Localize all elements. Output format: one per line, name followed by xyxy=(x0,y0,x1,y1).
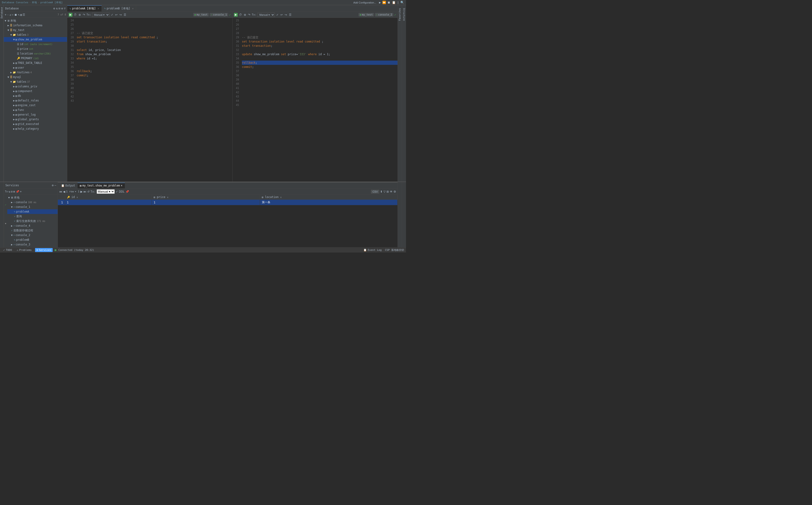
more-icon[interactable]: ☰ xyxy=(123,13,127,17)
breadcrumb-db[interactable]: Database Consoles xyxy=(2,1,28,4)
tree-item-local[interactable]: ▼ 🖥 本地 xyxy=(4,18,67,23)
step-icon-right[interactable]: ↷ xyxy=(248,13,251,17)
svc-tree-problem-a[interactable]: ✎ problemA xyxy=(7,209,57,214)
th-location[interactable]: ▤ location ⇕ xyxy=(260,195,397,200)
svc-tree-query[interactable]: ⚡ 查询 xyxy=(7,214,57,219)
svc-tx-icon[interactable]: Tx xyxy=(5,190,8,193)
todo-tab[interactable]: ✓ TODO xyxy=(2,248,13,252)
th-price-sort[interactable]: ⇕ xyxy=(167,196,168,198)
tab-a-close[interactable]: × xyxy=(98,7,99,10)
tree-item-col-id[interactable]: ☰ id int (auto increment) xyxy=(4,42,67,46)
db-conn-left[interactable]: ● my_test xyxy=(193,13,209,16)
console-conn-left[interactable]: ⚡ console_1 xyxy=(210,13,228,16)
bottom-pin-btn[interactable]: 📌 xyxy=(126,190,129,193)
svc-tree-console1[interactable]: ▼ ⚡ console_1 xyxy=(7,205,57,209)
bottom-ddl-btn[interactable]: DDL xyxy=(119,190,125,193)
db-table-icon[interactable]: ▤ xyxy=(20,13,22,16)
favorites-label[interactable]: Favorites xyxy=(398,7,401,22)
tab-problem-a[interactable]: ✎ problemA [本地] × xyxy=(67,5,102,11)
undo-icon-right[interactable]: ↩ xyxy=(280,13,283,17)
tx-select-left[interactable]: Manual ▾ xyxy=(92,13,110,17)
add-config-button[interactable]: Add Configuration... xyxy=(352,1,377,4)
tx-select-right[interactable]: Manual ▾ xyxy=(257,13,275,17)
search-icon[interactable]: 🔍 xyxy=(400,1,404,4)
cell-location[interactable]: 第一条 xyxy=(260,200,397,205)
tree-item-tables[interactable]: ▼ 📁 tables 3 xyxy=(4,32,67,37)
tree-item-help-category[interactable]: ▶ ▤ help_category xyxy=(4,126,67,131)
nav-first-btn[interactable]: ⏮ xyxy=(59,190,62,193)
code-editor-left[interactable]: 2425262728 2930313233 3435363738 3940414… xyxy=(67,18,232,182)
tx-select-bottom[interactable]: Manual ▾ xyxy=(97,189,115,194)
svc-tree-console-root[interactable]: ▶ ⚡ console 100 ms xyxy=(7,200,57,205)
db-edit-icon[interactable]: ✎ xyxy=(18,13,19,16)
problems-tab[interactable]: ⚠ Problems xyxy=(15,248,33,252)
code-content-left[interactable]: -- 该已提交 set transaction isolation level … xyxy=(76,18,232,182)
tree-item-info-schema[interactable]: ▶ 🗄 information_schema xyxy=(4,23,67,28)
db-add-icon[interactable]: + xyxy=(5,13,6,16)
result-tab-close[interactable]: × xyxy=(121,184,122,187)
tree-item-mysql[interactable]: ▼ 🗄 mysql xyxy=(4,75,67,79)
tree-item-engine-cost[interactable]: ▶ ▤ engine_cost xyxy=(4,103,67,108)
database-label[interactable]: Database xyxy=(0,6,3,19)
undo-icon[interactable]: ↩ xyxy=(115,13,118,17)
db-split-icon[interactable]: ⊟ xyxy=(59,7,60,10)
nav-next-btn[interactable]: ▶ xyxy=(81,190,83,193)
result-table[interactable]: 🔑 id ⇕ ▤ price ⇕ ▤ location xyxy=(58,195,397,248)
db-gear2-icon[interactable]: ⚙ xyxy=(62,7,63,10)
code-editor-right[interactable]: 2526272829 3031323334 3536373839 4041424… xyxy=(233,18,397,182)
eye-icon[interactable]: 👁 xyxy=(390,190,392,193)
cell-id[interactable]: 1 xyxy=(65,200,152,205)
tree-item-gtid-executed[interactable]: ▶ ▤ gtid_executed xyxy=(4,122,67,126)
th-id-sort[interactable]: ⇕ xyxy=(77,196,78,198)
play-icon[interactable]: ▶ xyxy=(379,1,381,4)
db-stop-icon[interactable]: ⏹ xyxy=(14,13,17,16)
db-conn-right[interactable]: ● my_test xyxy=(358,13,374,16)
services-settings-icon[interactable]: ⚙ xyxy=(52,184,53,187)
tree-item-func[interactable]: ▶ ▤ func xyxy=(4,108,67,112)
console-conn-right[interactable]: ⚡ console_2 xyxy=(375,13,393,16)
breadcrumb-file[interactable]: problemA [本地] xyxy=(40,1,63,4)
svc-tree-store-proc[interactable]: ⚡ 造数据存储过程 xyxy=(7,228,57,233)
services-tab[interactable]: ⚙ Services xyxy=(35,248,53,252)
tree-item-show-me-problem[interactable]: ▼ ▤ show_me_problem xyxy=(4,37,67,42)
services-minimize-icon[interactable]: — xyxy=(54,184,56,187)
tree-item-default-roles[interactable]: ▶ ▤ default_roles xyxy=(4,98,67,103)
csv-export-btn[interactable]: CSV xyxy=(371,190,379,193)
tree-item-primary[interactable]: 🔑 PRIMARY (id) xyxy=(4,56,67,60)
step-icon[interactable]: ↷ xyxy=(82,13,86,17)
tree-item-mysql-tables[interactable]: ▼ 📁 tables 37 xyxy=(4,79,67,84)
tree-item-db[interactable]: ▶ ▤ db xyxy=(4,94,67,98)
tree-item-col-location[interactable]: ☰ location varchar(256) xyxy=(4,51,67,56)
breakpoint-icon-right[interactable]: ⊛ xyxy=(243,13,247,17)
nav-prev-btn[interactable]: ◀ xyxy=(63,190,65,193)
svc-tree-problem-b[interactable]: ✎ problemB xyxy=(7,237,57,242)
db-up-icon[interactable]: ↑ xyxy=(12,13,14,16)
svc-tree-local[interactable]: ▼ 🖥 本地 xyxy=(7,195,57,200)
svc-tree-console3[interactable]: ▶ ⚡ console_3 xyxy=(7,242,57,247)
stop-icon[interactable]: ⏹ xyxy=(387,1,390,4)
bottom-check-btn[interactable]: ✓ xyxy=(116,190,118,193)
run-config-icon[interactable]: ⏱ xyxy=(73,13,77,17)
tree-item-col-price[interactable]: ☰ price int xyxy=(4,46,67,51)
db-refresh-icon[interactable]: ↺ xyxy=(9,13,11,16)
db-lines-icon[interactable]: ☰ xyxy=(23,13,25,16)
th-location-sort[interactable]: ⇕ xyxy=(280,196,281,198)
refresh-btn[interactable]: ↺ xyxy=(87,190,90,193)
code-content-right[interactable]: -- 该已提交 set transaction isolation level … xyxy=(241,18,397,182)
svc-tree-console4[interactable]: ▶ ⚡ console_4 xyxy=(7,223,57,228)
event-log-tab[interactable]: 📋 Event Log xyxy=(362,248,383,252)
db-settings-icon[interactable]: ⚙ xyxy=(53,7,55,10)
settings-icon[interactable]: ⚙ xyxy=(393,190,396,193)
tree-item-component[interactable]: ▶ ▤ component xyxy=(4,89,67,94)
check-icon-left[interactable]: ✓ xyxy=(111,13,114,17)
tree-item-global-grants[interactable]: ▶ ▤ global_grants xyxy=(4,117,67,122)
db-filter-icon[interactable]: ▽ xyxy=(64,7,66,10)
run-button-left[interactable]: ▶ xyxy=(69,13,73,17)
svc-tree-console2[interactable]: ▼ ⚡ console_2 xyxy=(7,233,57,237)
tree-item-columns-priv[interactable]: ▶ ▤ columns_priv xyxy=(4,84,67,89)
run-button-right[interactable]: ▶ xyxy=(234,13,238,17)
tab-b-close[interactable]: × xyxy=(132,7,134,10)
tree-item-my-test[interactable]: ▼ 🗄 my_test xyxy=(4,28,67,32)
th-price[interactable]: ▤ price ⇕ xyxy=(152,195,260,200)
check-icon-right[interactable]: ✓ xyxy=(276,13,279,17)
